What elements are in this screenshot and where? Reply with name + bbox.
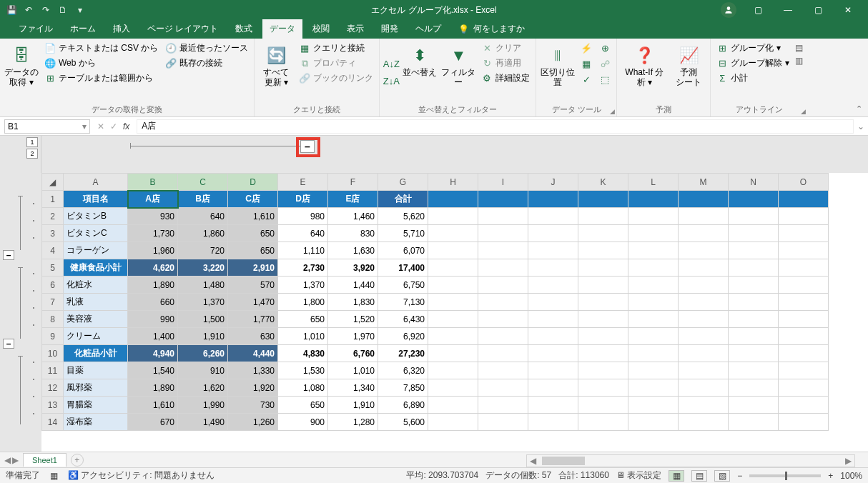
zoom-slider[interactable] [749, 474, 821, 477]
cell-header[interactable]: C店 [228, 191, 278, 208]
cell-label[interactable]: 化粧水 [64, 277, 128, 294]
ungroup-button[interactable]: ⊟グループ解除 ▾ [715, 56, 790, 70]
whatif-button[interactable]: ❓What-If 分析 ▾ [621, 41, 667, 103]
col-header-G[interactable]: G [378, 174, 428, 191]
row-header-8[interactable]: 8 [42, 311, 64, 328]
cell[interactable]: 980 [278, 208, 328, 225]
cell-label[interactable]: 胃腸薬 [64, 397, 128, 414]
cell[interactable]: 1,630 [328, 242, 378, 259]
tab-home[interactable]: ホーム [63, 19, 103, 39]
existing-conn-button[interactable]: 🔗既存の接続 [164, 56, 250, 70]
cell[interactable] [679, 294, 729, 311]
cell[interactable]: 630 [228, 328, 278, 345]
cell[interactable]: 1,490 [178, 414, 228, 431]
cell[interactable]: 650 [228, 225, 278, 242]
sheet-nav-next-icon[interactable]: ▶ [12, 455, 19, 465]
cell[interactable] [679, 311, 729, 328]
cell[interactable]: 6,430 [378, 311, 428, 328]
close-icon[interactable]: ✕ [834, 0, 862, 20]
clear-filter-button[interactable]: ✕クリア [480, 41, 531, 55]
cell[interactable] [628, 277, 679, 294]
cell[interactable]: 1,730 [128, 225, 178, 242]
col-header-E[interactable]: E [278, 174, 328, 191]
cell-label[interactable]: 健康食品小計 [64, 259, 128, 277]
cell[interactable] [528, 362, 578, 379]
queries-conn-button[interactable]: ▦クエリと接続 [297, 41, 375, 55]
text-to-columns-button[interactable]: ⫴区切り位置 [541, 41, 575, 103]
flash-fill-button[interactable]: ⚡ [579, 41, 593, 54]
cell[interactable] [779, 242, 829, 259]
cell[interactable] [578, 379, 628, 397]
cell[interactable]: 4,440 [228, 345, 278, 362]
cell[interactable]: 5,620 [378, 208, 428, 225]
cell[interactable] [528, 225, 578, 242]
tab-file[interactable]: ファイル [11, 19, 60, 39]
cell[interactable]: 1,330 [228, 362, 278, 379]
expand-formula-icon[interactable]: ⌄ [854, 121, 868, 131]
tab-formulas[interactable]: 数式 [228, 19, 260, 39]
cell[interactable]: 6,070 [378, 242, 428, 259]
cell[interactable] [779, 208, 829, 225]
cell[interactable] [578, 311, 628, 328]
cell[interactable]: 1,860 [178, 225, 228, 242]
horizontal-scrollbar[interactable]: ◀ ▶ [526, 454, 855, 467]
minimize-icon[interactable]: — [774, 0, 802, 20]
cell[interactable] [478, 225, 528, 242]
grid[interactable]: ◢ABCDEFGHIJKLMNO1項目名A店B店C店D店E店合計2ビタミンB93… [41, 173, 868, 452]
cell[interactable] [729, 397, 779, 414]
cell[interactable] [628, 397, 679, 414]
cell[interactable] [428, 208, 478, 225]
cell[interactable] [779, 328, 829, 345]
cell[interactable] [779, 191, 829, 208]
cell[interactable] [578, 259, 628, 277]
cell[interactable]: 6,320 [378, 362, 428, 379]
group-button[interactable]: ⊞グループ化 ▾ [715, 41, 790, 55]
cell[interactable] [679, 362, 729, 379]
row-header-14[interactable]: 14 [42, 414, 64, 431]
cell[interactable]: 720 [178, 242, 228, 259]
dialog-launcher-icon[interactable]: ◢ [801, 108, 806, 115]
cell[interactable] [428, 277, 478, 294]
row-header-2[interactable]: 2 [42, 208, 64, 225]
cell[interactable]: 6,750 [378, 277, 428, 294]
cell[interactable] [729, 277, 779, 294]
insert-function-icon[interactable]: fx [123, 121, 129, 131]
cell[interactable]: 4,620 [128, 259, 178, 277]
row-header-4[interactable]: 4 [42, 242, 64, 259]
cell[interactable] [729, 208, 779, 225]
cell[interactable] [528, 294, 578, 311]
cell[interactable] [679, 259, 729, 277]
cell[interactable] [478, 328, 528, 345]
refresh-all-button[interactable]: 🔄すべて 更新 ▾ [259, 41, 293, 103]
tab-data[interactable]: データ [262, 19, 302, 39]
cell[interactable] [679, 379, 729, 397]
cell[interactable] [528, 328, 578, 345]
cell[interactable] [779, 225, 829, 242]
cell-label[interactable]: ビタミンC [64, 225, 128, 242]
cell[interactable]: 1,260 [228, 414, 278, 431]
cell[interactable] [679, 225, 729, 242]
cell[interactable] [528, 259, 578, 277]
col-header-B[interactable]: B [128, 174, 178, 191]
cell[interactable]: 5,600 [378, 414, 428, 431]
qa-dropdown-icon[interactable]: ▾ [74, 4, 86, 16]
cell[interactable]: 1,280 [328, 414, 378, 431]
cell[interactable] [628, 311, 679, 328]
cell[interactable] [428, 259, 478, 277]
cell-label[interactable]: 美容液 [64, 311, 128, 328]
cell[interactable] [729, 328, 779, 345]
cell[interactable] [528, 311, 578, 328]
tab-view[interactable]: 表示 [340, 19, 371, 39]
cell-header[interactable]: 項目名 [64, 191, 128, 208]
cell[interactable] [729, 225, 779, 242]
col-header-C[interactable]: C [178, 174, 228, 191]
cell[interactable]: 1,910 [328, 397, 378, 414]
cell[interactable]: 27,230 [378, 345, 428, 362]
view-pagebreak-button[interactable]: ▧ [714, 470, 730, 482]
cell[interactable] [729, 294, 779, 311]
cell[interactable] [528, 208, 578, 225]
cell[interactable]: 1,960 [128, 242, 178, 259]
cell[interactable]: 650 [278, 311, 328, 328]
formula-input[interactable]: A店 [137, 119, 854, 134]
cell[interactable]: 660 [128, 294, 178, 311]
